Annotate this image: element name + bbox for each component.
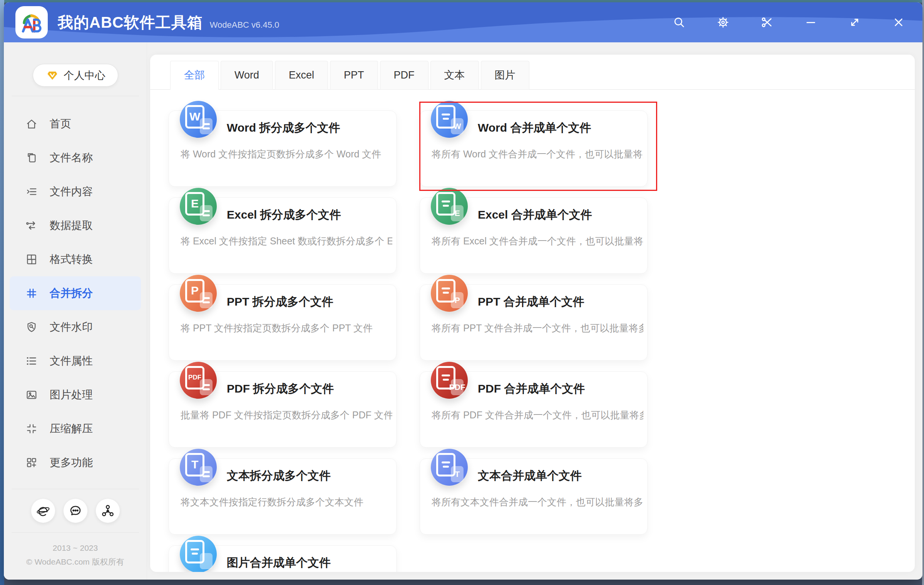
chat-button[interactable] [63, 498, 88, 523]
card-icon-t-merge: T [431, 449, 468, 486]
sidebar-item-file-props[interactable]: 文件属性 [4, 344, 147, 378]
app-logo [15, 6, 48, 38]
content-panel: 全部WordExcelPPTPDF文本图片 WWord 拆分成多个文件将 Wor… [150, 55, 915, 572]
close-icon[interactable] [892, 15, 906, 29]
tool-card-8[interactable]: T文本拆分成多个文件将文本文件按指定行数拆分成多个文本文件 [169, 458, 397, 535]
tab-文本[interactable]: 文本 [430, 61, 479, 90]
card-title: Word 拆分成多个文件 [227, 120, 340, 136]
sidebar-item-format-convert[interactable]: 格式转换 [4, 242, 147, 276]
tab-全部[interactable]: 全部 [170, 61, 219, 90]
sidebar-item-label: 文件内容 [50, 184, 93, 199]
card-description: 将所有 Excel 文件合并成一个文件，也可以批量将多个 [432, 235, 643, 247]
ie-browser-button[interactable] [31, 498, 55, 523]
app-title: 我的ABC软件工具箱 [58, 12, 203, 33]
sidebar-item-label: 首页 [50, 117, 71, 131]
card-icon-p-merge: P [431, 275, 468, 312]
sidebar-divider [12, 532, 139, 533]
sidebar-item-label: 文件水印 [50, 320, 93, 334]
card-title: Excel 合并成单个文件 [478, 207, 592, 223]
card-description: 将 Word 文件按指定页数拆分成多个 Word 文件 [181, 148, 392, 160]
sidebar-divider [12, 489, 139, 489]
sidebar-item-label: 文件名称 [50, 150, 93, 165]
card-icon-e-merge: E [431, 188, 468, 225]
merge-split-icon [25, 287, 38, 300]
sidebar-item-label: 合并拆分 [50, 286, 93, 301]
minimize-icon[interactable] [804, 15, 818, 29]
tool-card-9[interactable]: T文本合并成单个文件将所有文本文件合并成一个文件，也可以批量将多个文件 [420, 458, 648, 535]
sidebar-divider [12, 96, 139, 96]
card-icon-pdf-split: PDF [180, 362, 217, 399]
share-network-button[interactable] [95, 498, 120, 523]
sidebar-item-image-process[interactable]: 图片处理 [4, 378, 147, 412]
card-icon-e-split: E [180, 188, 217, 225]
sidebar: 个人中心 首页文件名称文件内容数据提取格式转换合并拆分文件水印文件属性图片处理压… [4, 42, 147, 580]
sidebar-item-label: 数据提取 [50, 218, 93, 233]
card-description: 将所有 Word 文件合并成一个文件，也可以批量将多个 [432, 148, 643, 160]
home-icon [25, 117, 38, 130]
social-buttons-row [4, 498, 147, 523]
sidebar-item-label: 压缩解压 [50, 421, 93, 436]
image-process-icon [25, 388, 38, 401]
gem-icon [45, 69, 59, 82]
tool-card-7[interactable]: PDFPDF 合并成单个文件将所有 PDF 文件合并成一个文件，也可以批量将多个 [420, 371, 648, 448]
card-icon-image-merge [180, 536, 217, 572]
ie-browser-icon [36, 504, 50, 518]
sidebar-item-file-content[interactable]: 文件内容 [4, 175, 147, 209]
scissors-icon[interactable] [760, 15, 774, 29]
share-network-icon [101, 504, 115, 518]
card-title: Word 合并成单个文件 [478, 120, 591, 136]
tool-card-1[interactable]: WWord 合并成单个文件将所有 Word 文件合并成一个文件，也可以批量将多个 [420, 110, 648, 187]
main-content: 全部WordExcelPPTPDF文本图片 WWord 拆分成多个文件将 Wor… [147, 42, 922, 580]
tool-card-5[interactable]: PPPT 合并成单个文件将所有 PPT 文件合并成一个文件，也可以批量将多个 [420, 284, 648, 361]
profile-center-label: 个人中心 [64, 69, 105, 82]
file-content-icon [25, 185, 38, 198]
sidebar-nav: 首页文件名称文件内容数据提取格式转换合并拆分文件水印文件属性图片处理压缩解压更多… [4, 107, 147, 480]
tool-card-3[interactable]: EExcel 合并成单个文件将所有 Excel 文件合并成一个文件，也可以批量将… [420, 197, 648, 274]
card-icon-pdf-merge: PDF [431, 362, 468, 399]
app-version: WodeABC v6.45.0 [210, 20, 280, 30]
card-title: 图片合并成单个文件 [227, 555, 331, 571]
tool-card-2[interactable]: EExcel 拆分成多个文件将 Excel 文件按指定 Sheet 数或行数拆分… [169, 197, 397, 274]
sidebar-item-label: 文件属性 [50, 354, 93, 368]
card-icon-w-merge: W [431, 101, 468, 138]
card-description: 将所有 PPT 文件合并成一个文件，也可以批量将多个 [432, 322, 643, 334]
watermark-icon [25, 321, 38, 334]
compress-icon [25, 422, 38, 435]
tool-card-0[interactable]: WWord 拆分成多个文件将 Word 文件按指定页数拆分成多个 Word 文件 [169, 110, 397, 187]
data-extract-icon [25, 219, 38, 232]
sidebar-item-more-features[interactable]: 更多功能 [4, 446, 147, 480]
tab-PDF[interactable]: PDF [380, 61, 429, 90]
card-description: 将所有文本文件合并成一个文件，也可以批量将多个文件 [432, 496, 643, 508]
resize-icon[interactable] [848, 15, 862, 29]
tab-Word[interactable]: Word [221, 61, 273, 90]
card-title: PPT 拆分成多个文件 [227, 294, 333, 310]
tab-PPT[interactable]: PPT [330, 61, 378, 90]
sidebar-item-label: 图片处理 [50, 388, 93, 402]
tool-card-6[interactable]: PDFPDF 拆分成多个文件批量将 PDF 文件按指定页数拆分成多个 PDF 文… [169, 371, 397, 448]
sidebar-item-file-name[interactable]: 文件名称 [4, 141, 147, 175]
file-props-icon [25, 354, 38, 368]
title-bar: 我的ABC软件工具箱 WodeABC v6.45.0 [4, 2, 922, 42]
chat-icon [69, 504, 82, 518]
tool-card-10[interactable]: 图片合并成单个文件将所有图片合并成一个文件，也可以批量将多个文件 [169, 545, 397, 572]
more-features-icon [25, 456, 38, 469]
settings-gear-icon[interactable] [716, 15, 730, 29]
tab-图片[interactable]: 图片 [481, 61, 529, 90]
card-description: 将文本文件按指定行数拆分成多个文本文件 [181, 496, 392, 508]
profile-center-button[interactable]: 个人中心 [33, 64, 118, 87]
sidebar-item-data-extract[interactable]: 数据提取 [4, 209, 147, 242]
sidebar-item-compress[interactable]: 压缩解压 [4, 412, 147, 446]
sidebar-item-label: 更多功能 [50, 455, 93, 470]
tab-Excel[interactable]: Excel [275, 61, 328, 90]
card-title: 文本拆分成多个文件 [227, 468, 331, 484]
tool-cards-grid: WWord 拆分成多个文件将 Word 文件按指定页数拆分成多个 Word 文件… [150, 90, 915, 572]
sidebar-item-merge-split[interactable]: 合并拆分 [10, 276, 141, 310]
file-name-icon [25, 151, 38, 164]
search-icon[interactable] [672, 15, 686, 29]
sidebar-item-watermark[interactable]: 文件水印 [4, 310, 147, 344]
sidebar-item-home[interactable]: 首页 [4, 107, 147, 141]
card-description: 将所有 PDF 文件合并成一个文件，也可以批量将多个 [432, 409, 643, 421]
tool-card-4[interactable]: PPPT 拆分成多个文件将 PPT 文件按指定页数拆分成多个 PPT 文件 [169, 284, 397, 361]
format-convert-icon [25, 253, 38, 266]
copyright-owner: © WodeABC.com 版权所有 [4, 555, 147, 569]
